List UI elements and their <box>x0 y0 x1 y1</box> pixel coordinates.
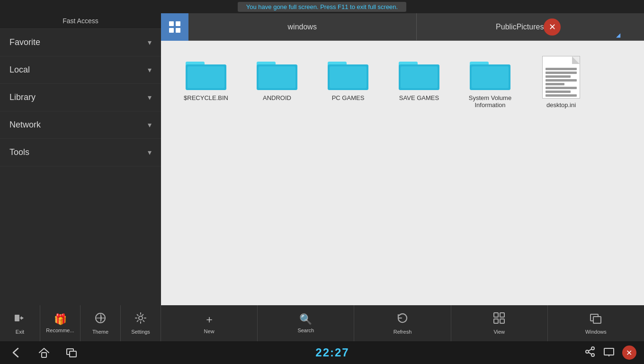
main-area: Fast Access Favorite ▾ Local ▾ Library ▾… <box>0 13 644 305</box>
chevron-down-icon: ▾ <box>148 38 152 47</box>
file-label: ANDROID <box>263 94 291 101</box>
top-bar: You have gone full screen. Press F11 to … <box>0 0 644 13</box>
sidebar-header: Fast Access <box>0 13 161 29</box>
svg-rect-37 <box>70 351 76 357</box>
refresh-label: Refresh <box>394 329 412 335</box>
svg-rect-32 <box>500 319 504 323</box>
svg-rect-30 <box>500 313 504 317</box>
recent-button[interactable] <box>63 344 80 362</box>
search-label: Search <box>297 328 314 333</box>
new-icon: ＋ <box>204 312 215 327</box>
sidebar-label-favorite: Favorite <box>9 37 40 47</box>
view-button[interactable]: View <box>451 305 548 341</box>
recommend-icon: 🎁 <box>54 313 67 326</box>
svg-line-41 <box>589 349 592 351</box>
tab-windows[interactable]: windows <box>188 13 417 40</box>
sidebar-item-network[interactable]: Network ▾ <box>0 111 161 139</box>
svg-rect-11 <box>259 66 295 88</box>
svg-rect-7 <box>188 66 224 88</box>
chevron-down-icon: ▾ <box>148 148 152 157</box>
new-button[interactable]: ＋ New <box>161 305 258 341</box>
svg-rect-1 <box>176 21 180 26</box>
windows-button[interactable]: Windows <box>548 305 644 341</box>
file-grid: $RECYCLE.BIN ANDROID <box>161 41 644 305</box>
svg-rect-0 <box>169 21 174 26</box>
recommend-label: Recomme... <box>46 328 74 333</box>
sidebar-label-network: Network <box>9 120 41 130</box>
sidebar-item-library[interactable]: Library ▾ <box>0 84 161 111</box>
cast-icon[interactable] <box>603 346 615 360</box>
folder-icon <box>469 56 511 91</box>
folder-icon <box>327 56 369 91</box>
search-icon: 🔍 <box>299 313 312 326</box>
file-item-recycle-bin[interactable]: $RECYCLE.BIN <box>175 52 237 112</box>
svg-rect-23 <box>472 66 509 88</box>
chevron-down-icon: ▾ <box>148 120 152 129</box>
toolbar-left: Exit 🎁 Recomme... Theme Se <box>0 305 161 341</box>
exit-label: Exit <box>16 329 24 335</box>
share-icon[interactable] <box>584 346 596 360</box>
status-left <box>8 344 80 362</box>
file-label: SAVE GAMES <box>399 94 439 101</box>
sidebar-label-local: Local <box>9 65 30 75</box>
recommend-button[interactable]: 🎁 Recomme... <box>40 305 80 341</box>
theme-icon <box>94 312 107 327</box>
windows-icon <box>590 312 602 327</box>
settings-button[interactable]: Settings <box>121 305 161 341</box>
back-button[interactable] <box>8 344 26 362</box>
file-browser: windows PublicPictures ◢ ✕ <box>161 13 644 305</box>
svg-rect-19 <box>401 66 438 88</box>
file-item-android[interactable]: ANDROID <box>246 52 308 112</box>
theme-label: Theme <box>92 329 108 335</box>
sidebar-label-library: Library <box>9 92 36 102</box>
close-circle-button[interactable]: ✕ <box>622 346 636 360</box>
home-button[interactable] <box>35 344 53 362</box>
file-item-system-volume[interactable]: System Volume Information <box>459 52 521 112</box>
svg-rect-35 <box>42 353 46 357</box>
windows-label: Windows <box>585 329 607 335</box>
toolbar-right: ＋ New 🔍 Search Refresh <box>161 305 644 341</box>
file-label: $RECYCLE.BIN <box>184 94 228 101</box>
file-label: System Volume Information <box>463 94 517 109</box>
view-icon <box>493 312 505 327</box>
file-label: PC GAMES <box>332 94 365 101</box>
file-item-desktop-ini[interactable]: desktop.ini <box>530 52 592 112</box>
sidebar-item-favorite[interactable]: Favorite ▾ <box>0 29 161 56</box>
settings-label: Settings <box>131 329 150 335</box>
browser-grid-icon[interactable] <box>161 13 188 41</box>
svg-rect-29 <box>494 313 498 317</box>
refresh-icon <box>396 312 409 327</box>
exit-button[interactable]: Exit <box>0 305 40 341</box>
browser-header: windows PublicPictures ◢ ✕ <box>161 13 644 41</box>
tab-public-pictures[interactable]: PublicPictures ◢ ✕ <box>417 13 644 40</box>
bottom-toolbar: Exit 🎁 Recomme... Theme Se <box>0 305 644 341</box>
svg-rect-3 <box>176 28 180 33</box>
status-time: 22:27 <box>315 346 349 359</box>
document-icon <box>542 56 580 99</box>
new-label: New <box>204 328 215 334</box>
svg-rect-34 <box>593 317 601 323</box>
sidebar-label-tools: Tools <box>9 147 29 157</box>
sidebar: Fast Access Favorite ▾ Local ▾ Library ▾… <box>0 13 161 305</box>
exit-icon <box>14 312 26 327</box>
svg-point-28 <box>139 316 143 320</box>
svg-rect-15 <box>330 66 367 88</box>
file-item-pc-games[interactable]: PC GAMES <box>317 52 379 112</box>
status-right: ✕ <box>584 346 636 360</box>
settings-icon <box>134 312 147 327</box>
sidebar-item-local[interactable]: Local ▾ <box>0 56 161 84</box>
tab-close-button[interactable]: ✕ <box>544 18 561 36</box>
chevron-down-icon: ▾ <box>148 65 152 74</box>
file-item-save-games[interactable]: SAVE GAMES <box>388 52 450 112</box>
svg-line-42 <box>589 352 592 354</box>
search-button[interactable]: 🔍 Search <box>258 305 354 341</box>
theme-button[interactable]: Theme <box>80 305 121 341</box>
view-label: View <box>493 329 505 335</box>
svg-rect-43 <box>604 348 614 355</box>
folder-icon <box>185 56 227 91</box>
refresh-button[interactable]: Refresh <box>354 305 451 341</box>
sidebar-item-tools[interactable]: Tools ▾ <box>0 139 161 166</box>
file-label: desktop.ini <box>546 101 576 109</box>
folder-icon <box>398 56 440 91</box>
fullscreen-notice: You have gone full screen. Press F11 to … <box>238 2 406 12</box>
